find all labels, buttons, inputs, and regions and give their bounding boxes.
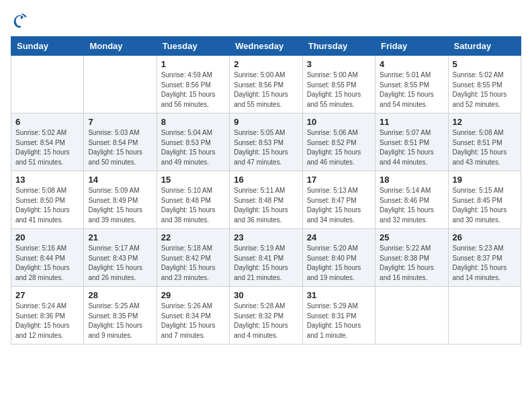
day-info: Sunrise: 5:15 AM Sunset: 8:45 PM Dayligh…: [453, 186, 517, 225]
day-info: Sunrise: 5:00 AM Sunset: 8:55 PM Dayligh…: [307, 71, 371, 109]
day-number: 6: [15, 117, 79, 127]
day-info: Sunrise: 5:13 AM Sunset: 8:47 PM Dayligh…: [307, 186, 371, 225]
day-info: Sunrise: 5:18 AM Sunset: 8:42 PM Dayligh…: [161, 244, 225, 283]
day-number: 24: [307, 232, 371, 242]
calendar-cell: 7Sunrise: 5:03 AM Sunset: 8:54 PM Daylig…: [84, 113, 157, 171]
day-number: 30: [234, 290, 298, 300]
day-number: 27: [15, 290, 79, 300]
calendar-cell: 31Sunrise: 5:29 AM Sunset: 8:31 PM Dayli…: [302, 287, 375, 345]
day-number: 20: [15, 232, 79, 242]
calendar-cell: [448, 287, 521, 345]
calendar-cell: 3Sunrise: 5:00 AM Sunset: 8:55 PM Daylig…: [302, 56, 375, 113]
calendar-cell: 26Sunrise: 5:23 AM Sunset: 8:37 PM Dayli…: [448, 229, 521, 287]
day-info: Sunrise: 5:06 AM Sunset: 8:52 PM Dayligh…: [307, 128, 371, 167]
day-number: 1: [161, 59, 225, 69]
day-header-sunday: Sunday: [11, 37, 84, 56]
calendar-table: SundayMondayTuesdayWednesdayThursdayFrid…: [11, 36, 521, 345]
day-header-saturday: Saturday: [448, 37, 521, 56]
calendar-cell: 29Sunrise: 5:26 AM Sunset: 8:34 PM Dayli…: [157, 287, 229, 345]
day-header-thursday: Thursday: [302, 37, 375, 56]
logo: [11, 11, 32, 30]
calendar-cell: [84, 56, 157, 113]
calendar-cell: 14Sunrise: 5:09 AM Sunset: 8:49 PM Dayli…: [84, 171, 157, 229]
day-info: Sunrise: 5:11 AM Sunset: 8:48 PM Dayligh…: [234, 186, 298, 225]
day-info: Sunrise: 5:16 AM Sunset: 8:44 PM Dayligh…: [15, 244, 79, 283]
calendar-cell: 12Sunrise: 5:08 AM Sunset: 8:51 PM Dayli…: [448, 113, 521, 171]
day-number: 4: [380, 59, 443, 69]
day-header-wednesday: Wednesday: [230, 37, 302, 56]
calendar-cell: 30Sunrise: 5:28 AM Sunset: 8:32 PM Dayli…: [230, 287, 302, 345]
day-number: 10: [307, 117, 371, 127]
day-number: 13: [15, 175, 79, 185]
day-number: 19: [453, 175, 517, 185]
day-info: Sunrise: 5:26 AM Sunset: 8:34 PM Dayligh…: [161, 302, 225, 340]
logo-icon: [11, 11, 30, 30]
calendar-cell: 13Sunrise: 5:08 AM Sunset: 8:50 PM Dayli…: [11, 171, 84, 229]
day-info: Sunrise: 5:17 AM Sunset: 8:43 PM Dayligh…: [88, 244, 152, 283]
calendar-cell: 17Sunrise: 5:13 AM Sunset: 8:47 PM Dayli…: [302, 171, 375, 229]
day-info: Sunrise: 5:29 AM Sunset: 8:31 PM Dayligh…: [307, 302, 371, 340]
calendar-week-2: 6Sunrise: 5:02 AM Sunset: 8:54 PM Daylig…: [11, 113, 521, 171]
calendar-cell: 6Sunrise: 5:02 AM Sunset: 8:54 PM Daylig…: [11, 113, 84, 171]
day-info: Sunrise: 5:09 AM Sunset: 8:49 PM Dayligh…: [88, 186, 152, 225]
day-number: 16: [234, 175, 298, 185]
calendar-week-3: 13Sunrise: 5:08 AM Sunset: 8:50 PM Dayli…: [11, 171, 521, 229]
calendar-cell: 21Sunrise: 5:17 AM Sunset: 8:43 PM Dayli…: [84, 229, 157, 287]
day-info: Sunrise: 5:01 AM Sunset: 8:55 PM Dayligh…: [380, 71, 443, 109]
calendar-cell: 27Sunrise: 5:24 AM Sunset: 8:36 PM Dayli…: [11, 287, 84, 345]
calendar-cell: 4Sunrise: 5:01 AM Sunset: 8:55 PM Daylig…: [375, 56, 448, 113]
day-number: 14: [88, 175, 152, 185]
day-info: Sunrise: 5:07 AM Sunset: 8:51 PM Dayligh…: [380, 128, 443, 167]
calendar-cell: 24Sunrise: 5:20 AM Sunset: 8:40 PM Dayli…: [302, 229, 375, 287]
page-header: [11, 11, 521, 30]
day-number: 9: [234, 117, 298, 127]
calendar-cell: 5Sunrise: 5:02 AM Sunset: 8:55 PM Daylig…: [448, 56, 521, 113]
calendar-cell: 9Sunrise: 5:05 AM Sunset: 8:53 PM Daylig…: [230, 113, 302, 171]
calendar-week-4: 20Sunrise: 5:16 AM Sunset: 8:44 PM Dayli…: [11, 229, 521, 287]
day-number: 2: [234, 59, 298, 69]
day-number: 15: [161, 175, 225, 185]
day-info: Sunrise: 5:02 AM Sunset: 8:55 PM Dayligh…: [453, 71, 517, 109]
day-number: 11: [380, 117, 443, 127]
day-info: Sunrise: 5:08 AM Sunset: 8:51 PM Dayligh…: [453, 128, 517, 167]
day-number: 12: [453, 117, 517, 127]
day-number: 21: [88, 232, 152, 242]
day-number: 25: [380, 232, 443, 242]
calendar-cell: 1Sunrise: 4:59 AM Sunset: 8:56 PM Daylig…: [157, 56, 229, 113]
calendar-header-row: SundayMondayTuesdayWednesdayThursdayFrid…: [11, 37, 521, 56]
day-info: Sunrise: 5:22 AM Sunset: 8:38 PM Dayligh…: [380, 244, 443, 283]
day-number: 29: [161, 290, 225, 300]
day-number: 22: [161, 232, 225, 242]
day-info: Sunrise: 5:03 AM Sunset: 8:54 PM Dayligh…: [88, 128, 152, 167]
day-info: Sunrise: 5:25 AM Sunset: 8:35 PM Dayligh…: [88, 302, 152, 340]
day-header-tuesday: Tuesday: [157, 37, 229, 56]
calendar-cell: 28Sunrise: 5:25 AM Sunset: 8:35 PM Dayli…: [84, 287, 157, 345]
calendar-week-5: 27Sunrise: 5:24 AM Sunset: 8:36 PM Dayli…: [11, 287, 521, 345]
day-info: Sunrise: 5:10 AM Sunset: 8:48 PM Dayligh…: [161, 186, 225, 225]
calendar-cell: 15Sunrise: 5:10 AM Sunset: 8:48 PM Dayli…: [157, 171, 229, 229]
calendar-week-1: 1Sunrise: 4:59 AM Sunset: 8:56 PM Daylig…: [11, 56, 521, 113]
day-info: Sunrise: 5:19 AM Sunset: 8:41 PM Dayligh…: [234, 244, 298, 283]
day-number: 26: [453, 232, 517, 242]
day-info: Sunrise: 5:20 AM Sunset: 8:40 PM Dayligh…: [307, 244, 371, 283]
calendar-cell: 11Sunrise: 5:07 AM Sunset: 8:51 PM Dayli…: [375, 113, 448, 171]
day-info: Sunrise: 5:23 AM Sunset: 8:37 PM Dayligh…: [453, 244, 517, 283]
calendar-cell: 19Sunrise: 5:15 AM Sunset: 8:45 PM Dayli…: [448, 171, 521, 229]
day-info: Sunrise: 5:24 AM Sunset: 8:36 PM Dayligh…: [15, 302, 79, 340]
calendar-cell: [11, 56, 84, 113]
day-info: Sunrise: 5:14 AM Sunset: 8:46 PM Dayligh…: [380, 186, 443, 225]
day-info: Sunrise: 5:04 AM Sunset: 8:53 PM Dayligh…: [161, 128, 225, 167]
day-header-friday: Friday: [375, 37, 448, 56]
calendar-cell: 2Sunrise: 5:00 AM Sunset: 8:56 PM Daylig…: [230, 56, 302, 113]
calendar-cell: 16Sunrise: 5:11 AM Sunset: 8:48 PM Dayli…: [230, 171, 302, 229]
day-header-monday: Monday: [84, 37, 157, 56]
day-number: 31: [307, 290, 371, 300]
day-number: 5: [453, 59, 517, 69]
calendar-cell: 23Sunrise: 5:19 AM Sunset: 8:41 PM Dayli…: [230, 229, 302, 287]
day-info: Sunrise: 5:05 AM Sunset: 8:53 PM Dayligh…: [234, 128, 298, 167]
calendar-cell: 8Sunrise: 5:04 AM Sunset: 8:53 PM Daylig…: [157, 113, 229, 171]
calendar-cell: 22Sunrise: 5:18 AM Sunset: 8:42 PM Dayli…: [157, 229, 229, 287]
calendar-cell: 25Sunrise: 5:22 AM Sunset: 8:38 PM Dayli…: [375, 229, 448, 287]
day-number: 3: [307, 59, 371, 69]
day-number: 18: [380, 175, 443, 185]
